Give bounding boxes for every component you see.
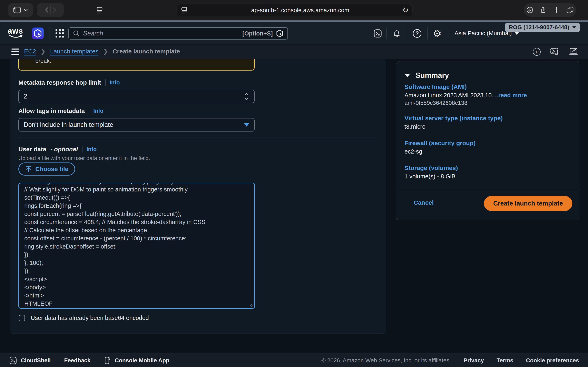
collapse-caret-icon (405, 74, 410, 77)
read-more-link[interactable]: read more (498, 92, 527, 99)
footer-cloudshell[interactable]: CloudShell (9, 356, 51, 365)
warning-box: break. (18, 59, 255, 71)
footer-mobile-app[interactable]: Console Mobile App (104, 356, 169, 365)
help-button[interactable]: ? (412, 28, 422, 39)
account-badge-label: ROG (1214-9007-6448) (509, 24, 569, 31)
reader-icon[interactable] (180, 6, 188, 14)
account-badge[interactable]: ROG (1214-9007-6448) (505, 23, 580, 32)
user-data-label: User data (18, 146, 46, 153)
cloudshell-button[interactable] (373, 28, 383, 39)
code-line: setTimeout(() =>{ (24, 193, 249, 202)
base64-checkbox[interactable] (19, 315, 25, 321)
code-line: HTMLEOF (24, 300, 249, 308)
create-launch-template-label: Create launch template (493, 200, 563, 207)
history-nav-buttons (37, 3, 64, 17)
back-icon[interactable] (43, 6, 51, 14)
footer-privacy-link[interactable]: Privacy (464, 357, 484, 364)
code-line: // Wait slightly for DOM to paint so ani… (24, 185, 249, 193)
user-data-info-link[interactable]: Info (86, 146, 96, 152)
toolbar-action-group (524, 3, 576, 17)
allow-tags-select[interactable]: Don't include in launch template (18, 118, 255, 132)
code-line: const percent = parseFloat(ring.getAttri… (24, 210, 249, 218)
code-line: }); (24, 267, 249, 275)
nav-separator (427, 27, 428, 39)
summary-ami-heading[interactable]: Software Image (AMI) (405, 83, 467, 90)
hop-limit-label: Metadata response hop limit (18, 79, 101, 86)
tab-overview-icon[interactable] (566, 6, 574, 14)
aws-console-window: ap-south-1.console.aws.amazon.com ↻ ROG … (0, 0, 588, 367)
page-format-icon[interactable] (95, 6, 104, 14)
breadcrumb-launch-templates[interactable]: Launch templates (50, 48, 99, 55)
footer-mobile-app-label: Console Mobile App (114, 357, 169, 364)
breadcrumb-current: Create launch template (112, 48, 180, 55)
code-line: const circumference = 408.4; // Matches … (24, 218, 249, 226)
cancel-button[interactable]: Cancel (414, 199, 434, 206)
summary-header[interactable]: Summary (405, 71, 449, 80)
footer-feedback[interactable]: Feedback (64, 357, 90, 364)
bell-icon (392, 29, 401, 38)
amazon-q-icon (276, 30, 283, 37)
aws-logo[interactable]: aws (8, 27, 23, 40)
summary-storage-value: 1 volume(s) - 8 GiB (405, 173, 456, 180)
cloudshell-icon (373, 29, 382, 38)
hop-limit-input[interactable]: 2 (18, 90, 255, 103)
gear-icon: ⚙ (433, 28, 441, 39)
caret-down-icon (572, 26, 576, 29)
nav-separator (448, 27, 448, 39)
address-bar[interactable]: ap-south-1.console.aws.amazon.com ↻ (177, 4, 412, 16)
region-label: Asia Pacific (Mumbai) (454, 30, 512, 37)
summary-firewall-heading[interactable]: Firewall (security group) (405, 140, 476, 147)
url-text: ap-south-1.console.aws.amazon.com (188, 7, 412, 14)
code-line-clipped: const rings = document.querySelectorAll(… (24, 183, 249, 185)
caret-down-icon (515, 32, 519, 35)
notifications-button[interactable] (392, 28, 402, 39)
code-line: ring.style.strokeDashoffset = offset; (24, 242, 249, 250)
share-icon[interactable] (540, 6, 547, 14)
forward-icon[interactable] (51, 6, 58, 14)
footer-cookies-link[interactable]: Cookie preferences (526, 357, 579, 364)
breadcrumb-bar: EC2 ❯ Launch templates ❯ Create launch t… (0, 44, 588, 59)
base64-checkbox-label: User data has already been base64 encode… (31, 315, 149, 321)
stepper-icon[interactable] (244, 92, 249, 101)
summary-ami-value: Amazon Linux 2023 AMI 2023.10....read mo… (405, 92, 527, 99)
summary-ami-id: ami-0f559c3642608c138 (405, 100, 467, 106)
app-grid-icon[interactable] (56, 29, 64, 38)
device-tools-icon[interactable] (569, 47, 578, 56)
new-tab-icon[interactable] (553, 7, 560, 13)
code-line: const offset = circumference - (percent … (24, 234, 249, 242)
footer-terms-link[interactable]: Terms (497, 357, 513, 364)
nav-separator (407, 27, 407, 39)
search-input[interactable]: Search [Option+S] (68, 27, 288, 40)
summary-title: Summary (415, 71, 449, 80)
label-separator (89, 108, 89, 114)
sidebar-toggle-icon (13, 6, 21, 14)
chevron-right-icon: ❯ (103, 48, 108, 55)
settings-button[interactable]: ⚙ (432, 28, 442, 39)
label-separator (105, 79, 105, 86)
code-line: }); (24, 250, 249, 259)
create-launch-template-button[interactable]: Create launch template (484, 196, 572, 211)
download-icon[interactable] (526, 6, 534, 14)
ec2-service-icon[interactable] (32, 27, 44, 39)
breadcrumb-ec2[interactable]: EC2 (24, 48, 36, 55)
aws-top-nav: aws Search [Option+S] ? ⚙ (0, 22, 588, 44)
help-icon: ? (413, 29, 421, 38)
code-line: </html> (24, 291, 249, 300)
summary-instance-heading[interactable]: Virtual server type (instance type) (405, 115, 503, 122)
code-line: </body> (24, 283, 249, 291)
footer-copyright: © 2026, Amazon Web Services, Inc. or its… (321, 357, 451, 364)
hop-limit-info-link[interactable]: Info (110, 80, 120, 86)
reload-icon[interactable]: ↻ (402, 7, 408, 14)
choose-file-button[interactable]: Choose file (18, 162, 75, 175)
info-icon[interactable]: i (533, 48, 541, 56)
cloudshell-panel-icon[interactable] (550, 47, 559, 56)
resize-handle-icon[interactable] (248, 302, 253, 307)
user-data-textarea[interactable]: const rings = document.querySelectorAll(… (18, 183, 255, 309)
menu-button[interactable] (11, 49, 19, 55)
choose-file-label: Choose file (35, 166, 68, 173)
cloudshell-icon (9, 356, 17, 365)
summary-storage-heading[interactable]: Storage (volumes) (405, 165, 458, 171)
nav-separator (27, 27, 27, 39)
sidebar-toggle-button[interactable] (8, 3, 33, 17)
allow-tags-info-link[interactable]: Info (93, 108, 103, 114)
